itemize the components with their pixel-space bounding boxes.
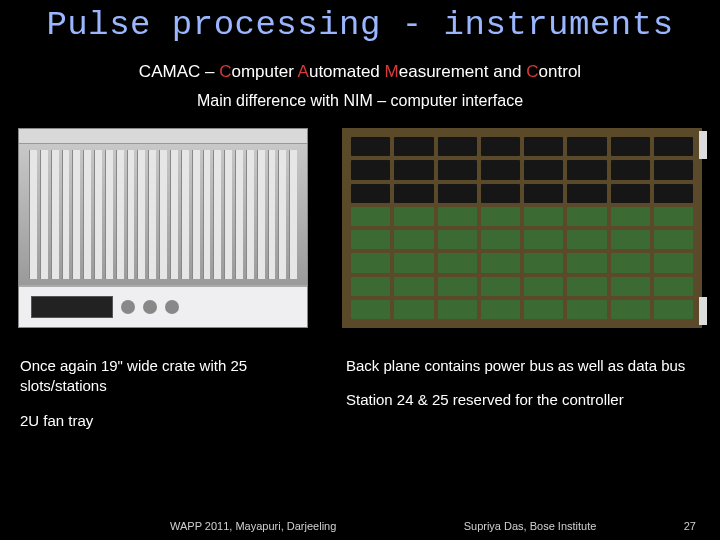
board-image [342, 128, 702, 328]
bus-text: Back plane contains power bus as well as… [346, 356, 700, 376]
image-row [0, 128, 720, 328]
footer-page: 27 [684, 520, 696, 532]
word-measurement: easurement and [399, 62, 527, 81]
footer: WAPP 2011, Mayapuri, Darjeeling Supriya … [0, 520, 720, 532]
text-columns: Once again 19" wide crate with 25 slots/… [0, 356, 720, 445]
slide-title: Pulse processing - instruments [0, 0, 720, 44]
word-control: ontrol [539, 62, 582, 81]
hl-c: C [219, 62, 231, 81]
footer-author: Supriya Das, Bose Institute [464, 520, 597, 532]
word-computer: omputer [231, 62, 297, 81]
crate-text: Once again 19" wide crate with 25 slots/… [20, 356, 320, 397]
subtitle: CAMAC – Computer Automated Measurement a… [0, 62, 720, 82]
left-column: Once again 19" wide crate with 25 slots/… [20, 356, 320, 445]
slide: Pulse processing - instruments CAMAC – C… [0, 0, 720, 540]
fan-text: 2U fan tray [20, 411, 320, 431]
subtitle-prefix: CAMAC – [139, 62, 219, 81]
controller-text: Station 24 & 25 reserved for the control… [346, 390, 700, 410]
word-automated: utomated [309, 62, 385, 81]
crate-image [18, 128, 308, 328]
hl-c2: C [526, 62, 538, 81]
right-column: Back plane contains power bus as well as… [346, 356, 700, 445]
footer-event: WAPP 2011, Mayapuri, Darjeeling [170, 520, 336, 532]
hl-a: A [298, 62, 309, 81]
subnote: Main difference with NIM – computer inte… [0, 92, 720, 110]
hl-m: M [385, 62, 399, 81]
